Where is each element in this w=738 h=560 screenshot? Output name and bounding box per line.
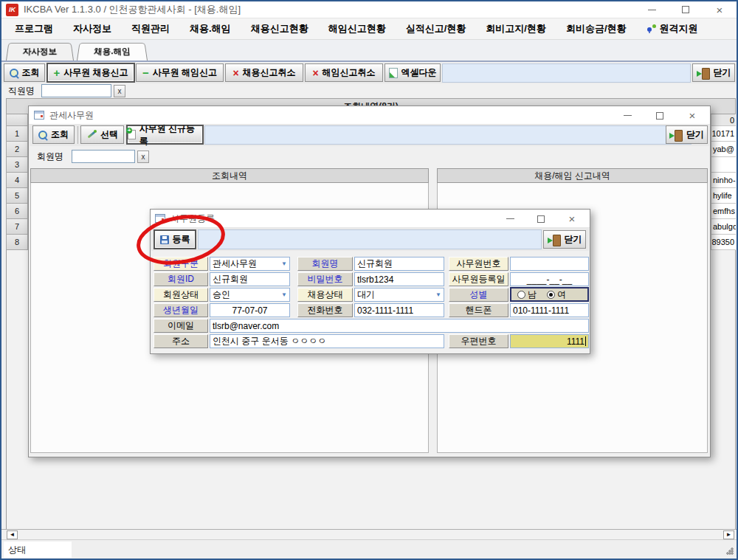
status-label: 상태 xyxy=(4,542,72,558)
grid-cell: abulgo xyxy=(711,219,736,235)
excel-icon xyxy=(389,68,398,78)
menu-program[interactable]: 프로그램 xyxy=(15,22,53,35)
tab-strip: 자사정보 채용.해임 xyxy=(1,40,737,62)
close-button[interactable]: × xyxy=(703,1,737,18)
hire-status-select[interactable]: 대기▼ xyxy=(354,288,444,302)
dialog1-search-button[interactable]: 조회 xyxy=(32,125,75,144)
clear-button[interactable]: x xyxy=(137,151,149,163)
email-label: 이메일 xyxy=(154,319,208,333)
search-button[interactable]: 조회 xyxy=(4,63,45,82)
password-field[interactable]: tlsrb1234 xyxy=(354,272,444,286)
close-icon: × xyxy=(717,4,723,15)
member-id-field[interactable]: 신규회원 xyxy=(210,272,290,286)
grid-cell: yab@ xyxy=(711,142,736,157)
mobile-field[interactable]: 010-1111-1111 xyxy=(510,303,589,317)
dialog1-toolbar: 조회 선택 사무원 신규등록 닫기 xyxy=(30,125,709,146)
row-header[interactable]: 4 xyxy=(6,173,28,188)
member-name-filter-label: 회원명 xyxy=(37,151,63,163)
phone-field[interactable]: 032-1111-1111 xyxy=(354,303,444,317)
row-header[interactable]: 1 xyxy=(6,126,28,142)
resize-grip[interactable] xyxy=(726,547,734,555)
member-name-field[interactable]: 신규회원 xyxy=(354,257,444,271)
menu-company-info[interactable]: 자사정보 xyxy=(73,22,111,35)
menu-fee-remit[interactable]: 회비송금/현황 xyxy=(566,22,627,35)
row-header[interactable]: 6 xyxy=(6,204,28,219)
row-header[interactable]: 2 xyxy=(6,142,28,157)
birth-field[interactable]: 77-07-07 xyxy=(210,303,290,317)
row-header[interactable]: 3 xyxy=(6,157,28,173)
clerk-reg-date-field[interactable]: ____-__-__ xyxy=(510,272,589,286)
right-panel-header: 채용/해임 신고내역 xyxy=(437,168,708,183)
dismiss-report-cancel-button[interactable]: ×해임신고취소 xyxy=(305,63,383,82)
dialog1-close-toolbar-button[interactable]: 닫기 xyxy=(666,125,708,144)
row-header[interactable]: 7 xyxy=(6,219,28,235)
phone-label: 전화번호 xyxy=(297,303,353,317)
close-icon: × xyxy=(689,110,696,121)
clerk-hire-report-button[interactable]: +사무원 채용신고 xyxy=(47,63,134,82)
register-button[interactable]: 등록 xyxy=(154,230,196,249)
member-name-filter-input[interactable] xyxy=(72,150,135,163)
text-cursor xyxy=(585,336,586,346)
birth-label: 생년월일 xyxy=(154,303,208,317)
menu-staff-mgmt[interactable]: 직원관리 xyxy=(131,22,170,35)
clerk-no-label: 사무원번호 xyxy=(449,257,508,271)
minimize-button[interactable] xyxy=(635,1,669,18)
menu-fee-notice[interactable]: 회비고지/현황 xyxy=(486,22,546,35)
horizontal-scrollbar[interactable]: ◄ ► xyxy=(1,529,737,539)
row-header[interactable]: 5 xyxy=(6,188,28,204)
dialog1-new-register-button[interactable]: 사무원 신규등록 xyxy=(127,125,203,144)
door-icon xyxy=(669,130,683,140)
menu-remote-support[interactable]: 원격지원 xyxy=(646,22,698,35)
radio-icon xyxy=(517,291,525,299)
maximize-button[interactable] xyxy=(669,1,703,18)
clerk-dismiss-report-button[interactable]: −사무원 해임신고 xyxy=(136,63,224,82)
menu-hire-dismiss[interactable]: 채용.해임 xyxy=(190,22,231,35)
dialog2-close-button[interactable]: × xyxy=(557,210,587,228)
menu-performance-report[interactable]: 실적신고/현황 xyxy=(406,22,466,35)
main-close-button[interactable]: 닫기 xyxy=(692,63,735,82)
dialog1-title: 관세사무원 xyxy=(49,109,94,122)
menu-dismiss-report-status[interactable]: 해임신고현황 xyxy=(328,22,386,35)
dialog2-close-toolbar-button[interactable]: 닫기 xyxy=(543,230,586,249)
picker-icon xyxy=(86,130,97,140)
employee-name-label: 직원명 xyxy=(8,85,35,97)
clerk-no-field[interactable] xyxy=(510,257,589,271)
dialog2-minimize-button[interactable] xyxy=(495,210,525,228)
close-icon: × xyxy=(569,213,576,224)
status-bar: 상태 xyxy=(1,539,737,559)
gender-option-female[interactable]: 여 xyxy=(547,288,566,301)
dialog1-maximize-button[interactable] xyxy=(645,106,675,125)
grid-cell xyxy=(711,157,736,173)
row-header[interactable]: 8 xyxy=(6,235,28,250)
member-status-label: 회원상태 xyxy=(154,288,208,302)
member-type-select[interactable]: 관세사무원▼ xyxy=(210,257,290,271)
maximize-icon xyxy=(682,6,689,13)
scroll-left-button[interactable]: ◄ xyxy=(7,530,18,539)
grid-cell: 10171 xyxy=(711,126,736,142)
member-type-label: 회원구분 xyxy=(154,257,208,271)
employee-name-input[interactable] xyxy=(41,84,111,97)
address-label: 주소 xyxy=(154,334,208,348)
excel-download-button[interactable]: 엑셀다운 xyxy=(384,63,441,82)
scroll-right-button[interactable]: ► xyxy=(723,530,734,539)
address-field[interactable]: 인천시 중구 운서동 ㅇㅇㅇㅇ xyxy=(210,334,444,348)
gender-label: 성별 xyxy=(449,288,508,302)
member-status-select[interactable]: 승인▼ xyxy=(210,288,290,302)
dialog2-title: 사무원등록 xyxy=(170,212,215,225)
hire-report-cancel-button[interactable]: ×채용신고취소 xyxy=(225,63,303,82)
dialog1-minimize-button[interactable] xyxy=(613,106,642,125)
clear-button[interactable]: x xyxy=(114,85,125,97)
email-field[interactable]: tlsrb@naver.com xyxy=(210,319,589,333)
dialog1-close-button[interactable]: × xyxy=(677,106,707,125)
dialog2-maximize-button[interactable] xyxy=(526,210,556,228)
gender-option-male[interactable]: 남 xyxy=(517,288,537,301)
menu-hire-report-status[interactable]: 채용신고현황 xyxy=(251,22,308,35)
dialog1-select-button[interactable]: 선택 xyxy=(80,125,124,144)
member-name-label: 회원명 xyxy=(297,257,353,271)
chevron-down-icon: ▼ xyxy=(281,291,287,298)
zipcode-field[interactable]: 1111 xyxy=(510,334,589,348)
minimize-icon xyxy=(648,10,656,10)
left-panel-header: 조회내역 xyxy=(30,168,429,183)
tab-company-info[interactable]: 자사정보 xyxy=(6,43,74,61)
tab-hire-dismiss[interactable]: 채용.해임 xyxy=(77,43,148,61)
